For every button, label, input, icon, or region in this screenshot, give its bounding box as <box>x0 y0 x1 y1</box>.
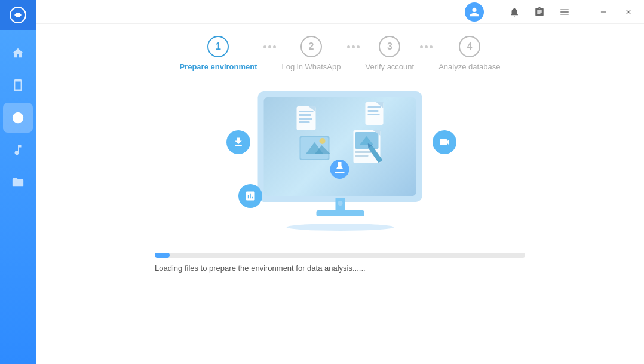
step-1-label: Prepare environment <box>179 62 257 71</box>
svg-rect-22 <box>355 155 369 157</box>
step-1-number: 1 <box>216 41 221 52</box>
step-3-circle: 3 <box>379 36 400 57</box>
step-3: 3 Verify account <box>366 36 415 71</box>
svg-rect-4 <box>299 114 311 116</box>
svg-rect-9 <box>368 106 381 108</box>
dots-2-3 <box>347 45 360 48</box>
dots-1-2 <box>263 45 276 48</box>
sidebar-nav <box>3 30 33 364</box>
clipboard-icon[interactable] <box>531 4 548 20</box>
step-4-number: 4 <box>467 41 472 52</box>
titlebar <box>36 0 644 24</box>
sidebar-item-music[interactable] <box>3 135 33 165</box>
menu-icon[interactable] <box>556 4 573 20</box>
sidebar-item-whatsapp[interactable] <box>3 103 33 133</box>
sidebar-item-home[interactable] <box>3 38 33 68</box>
dots-3-4 <box>420 45 433 48</box>
progress-section: Loading files to prepare the environment… <box>155 253 525 273</box>
dot <box>268 45 271 48</box>
progress-text: Loading files to prepare the environment… <box>155 264 525 273</box>
step-2: 2 Log in WhatsApp <box>282 36 341 71</box>
svg-rect-28 <box>338 162 342 169</box>
titlebar-separator <box>495 6 495 18</box>
minimize-button[interactable] <box>595 4 612 20</box>
svg-rect-10 <box>368 110 379 112</box>
content-area: 1 Prepare environment 2 Log in WhatsApp <box>36 24 644 364</box>
progress-bar-fill <box>155 253 170 258</box>
svg-rect-6 <box>299 121 310 123</box>
step-2-circle: 2 <box>300 36 322 57</box>
dot <box>352 45 355 48</box>
step-1: 1 Prepare environment <box>179 36 257 71</box>
step-1-circle: 1 <box>207 36 229 57</box>
close-button[interactable] <box>620 4 637 20</box>
user-avatar[interactable] <box>465 2 484 22</box>
sidebar-item-device[interactable] <box>3 71 33 100</box>
step-4-label: Analyze database <box>438 62 500 71</box>
dot <box>357 45 360 48</box>
bell-icon[interactable] <box>506 4 523 20</box>
dot <box>273 45 276 48</box>
svg-rect-5 <box>299 118 312 120</box>
step-3-label: Verify account <box>366 62 415 71</box>
dot <box>425 45 428 48</box>
progress-bar-background <box>155 253 525 258</box>
step-4: 4 Analyze database <box>438 36 500 71</box>
titlebar-separator-2 <box>584 6 584 18</box>
dot <box>430 45 433 48</box>
sidebar-item-files[interactable] <box>3 167 33 197</box>
download-icon <box>226 130 250 154</box>
video-icon <box>433 130 456 154</box>
svg-rect-3 <box>299 111 314 112</box>
main-area: 1 Prepare environment 2 Log in WhatsApp <box>36 0 644 364</box>
svg-rect-21 <box>355 151 372 153</box>
sidebar <box>0 0 36 364</box>
dot <box>263 45 266 48</box>
svg-point-17 <box>320 138 326 144</box>
svg-rect-29 <box>335 172 345 173</box>
step-4-circle: 4 <box>459 36 480 57</box>
steps-wizard: 1 Prepare environment 2 Log in WhatsApp <box>54 36 626 71</box>
svg-rect-11 <box>368 114 380 115</box>
app-logo[interactable] <box>0 0 36 30</box>
step-3-number: 3 <box>387 41 392 52</box>
dot <box>420 45 423 48</box>
chart-icon <box>238 184 262 208</box>
step-2-number: 2 <box>309 41 314 52</box>
illustration <box>203 85 477 229</box>
step-2-label: Log in WhatsApp <box>282 62 341 71</box>
titlebar-icons <box>465 2 637 22</box>
dot <box>347 45 350 48</box>
